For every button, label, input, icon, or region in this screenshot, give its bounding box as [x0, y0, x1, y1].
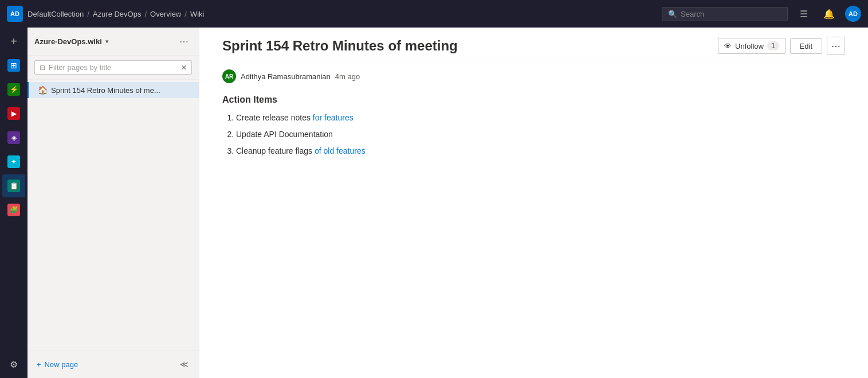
- breadcrumb-sep-1: /: [87, 10, 89, 18]
- settings-icon: ⚙: [10, 359, 18, 370]
- nav-extension[interactable]: 🧩: [2, 198, 25, 221]
- content-area: Sprint 154 Retro Minutes of meeting 👁 Un…: [199, 28, 868, 378]
- pipelines-icon: ▶: [7, 107, 20, 120]
- author-name: Adithya Ramasubramanian: [241, 72, 331, 81]
- top-nav-right: 🔍 ☰ 🔔 AD: [662, 5, 861, 23]
- nav-pipelines[interactable]: ▶: [2, 102, 25, 125]
- repos-icon: ⚡: [7, 83, 20, 96]
- testplans-icon: ◈: [7, 131, 20, 144]
- nav-testplans[interactable]: ◈: [2, 126, 25, 149]
- breadcrumb-overview[interactable]: Overview: [150, 10, 181, 18]
- nav-repos[interactable]: ⚡: [2, 78, 25, 101]
- list-view-icon[interactable]: ☰: [795, 5, 813, 23]
- nav-settings[interactable]: ⚙: [2, 353, 25, 376]
- filter-area: ⊟ ✕: [28, 56, 199, 80]
- action-items-list: Create release notes for features Update…: [222, 112, 845, 157]
- nav-artifacts[interactable]: ✦: [2, 150, 25, 173]
- sidebar-page-item[interactable]: 🏠 Sprint 154 Retro Minutes of me...: [28, 82, 199, 98]
- filter-input-wrap: ⊟ ✕: [34, 60, 192, 75]
- sidebar-footer: + New page ≪: [28, 350, 199, 378]
- author-line: AR Adithya Ramasubramanian 4m ago: [222, 69, 845, 83]
- boards-icon: ⊞: [7, 59, 20, 72]
- author-avatar: AR: [222, 69, 236, 83]
- search-input[interactable]: [681, 10, 781, 18]
- wiki-icon: 📋: [7, 180, 20, 192]
- link-of-old-features[interactable]: of old features: [315, 146, 366, 155]
- page-home-icon: 🏠: [38, 85, 48, 95]
- app-logo[interactable]: AD: [7, 6, 23, 22]
- list-item: Update API Documentation: [236, 128, 845, 141]
- top-nav: AD DefaultCollection / Azure DevOps / Ov…: [0, 0, 868, 28]
- list-item: Cleanup feature flags of old features: [236, 145, 845, 157]
- filter-pages-input[interactable]: [49, 63, 178, 72]
- main-layout: + ⊞ ⚡ ▶ ◈ ✦ 📋 🧩 ⚙ Azure-DevOps.wiki: [0, 28, 868, 378]
- unfollow-icon: 👁: [724, 42, 732, 50]
- search-icon: 🔍: [668, 10, 677, 18]
- sidebar-page-label: Sprint 154 Retro Minutes of me...: [51, 86, 192, 95]
- sidebar-tree: 🏠 Sprint 154 Retro Minutes of me...: [28, 80, 199, 350]
- collapse-sidebar-button[interactable]: ≪: [176, 356, 192, 372]
- content-toolbar: Sprint 154 Retro Minutes of meeting 👁 Un…: [222, 28, 845, 60]
- plus-icon: +: [37, 360, 41, 369]
- extension-icon: 🧩: [7, 204, 20, 216]
- breadcrumb-sep-2: /: [144, 10, 147, 18]
- nav-boards[interactable]: ⊞: [2, 54, 25, 77]
- more-options-button[interactable]: ⋯: [827, 37, 845, 55]
- unfollow-button[interactable]: 👁 Unfollow 1: [718, 38, 785, 54]
- breadcrumb: DefaultCollection / Azure DevOps / Overv…: [28, 10, 657, 18]
- notification-icon[interactable]: 🔔: [820, 5, 838, 23]
- breadcrumb-default-collection[interactable]: DefaultCollection: [28, 10, 84, 18]
- section-title: Action Items: [222, 95, 845, 105]
- breadcrumb-sep-3: /: [184, 10, 187, 18]
- icon-nav: + ⊞ ⚡ ▶ ◈ ✦ 📋 🧩 ⚙: [0, 28, 28, 378]
- link-for-features[interactable]: for features: [313, 113, 354, 122]
- toolbar-right: 👁 Unfollow 1 Edit ⋯: [718, 37, 845, 55]
- breadcrumb-wiki[interactable]: Wiki: [190, 10, 205, 18]
- clear-filter-icon[interactable]: ✕: [181, 64, 187, 72]
- breadcrumb-azure-devops[interactable]: Azure DevOps: [93, 10, 142, 18]
- sidebar-wiki-title: Azure-DevOps.wiki: [34, 37, 102, 46]
- sidebar-more-button[interactable]: ⋯: [176, 33, 192, 49]
- unfollow-label: Unfollow: [735, 42, 764, 50]
- sidebar-header: Azure-DevOps.wiki ▾ ⋯: [28, 28, 199, 56]
- nav-create[interactable]: +: [2, 30, 25, 53]
- sidebar-title-area[interactable]: Azure-DevOps.wiki ▾: [34, 37, 109, 46]
- edit-button[interactable]: Edit: [790, 38, 822, 54]
- follower-count-badge: 1: [767, 41, 779, 50]
- artifacts-icon: ✦: [7, 155, 20, 168]
- nav-wiki[interactable]: 📋: [2, 174, 25, 197]
- search-box[interactable]: 🔍: [662, 7, 788, 21]
- page-title: Sprint 154 Retro Minutes of meeting: [222, 38, 458, 54]
- avatar[interactable]: AD: [845, 6, 861, 22]
- list-item: Create release notes for features: [236, 112, 845, 124]
- new-page-button[interactable]: + New page: [34, 358, 80, 371]
- new-page-label: New page: [45, 360, 78, 369]
- chevron-down-icon: ▾: [105, 38, 109, 45]
- author-time: 4m ago: [335, 72, 360, 81]
- sidebar: Azure-DevOps.wiki ▾ ⋯ ⊟ ✕ 🏠 Sprint 154 R…: [28, 28, 199, 378]
- filter-icon: ⊟: [40, 64, 45, 72]
